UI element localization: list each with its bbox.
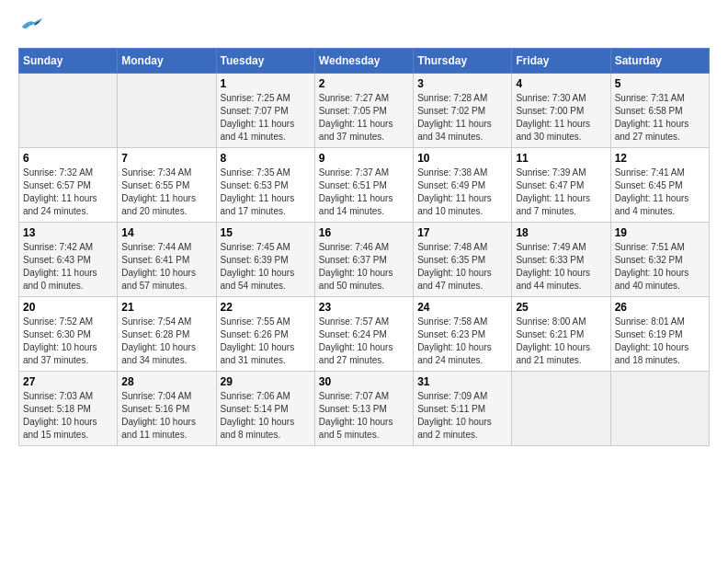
- calendar-cell: 31Sunrise: 7:09 AMSunset: 5:11 PMDayligh…: [414, 372, 512, 446]
- calendar-cell: 2Sunrise: 7:27 AMSunset: 7:05 PMDaylight…: [314, 74, 413, 148]
- weekday-header: Saturday: [610, 49, 709, 74]
- calendar-cell: 19Sunrise: 7:51 AMSunset: 6:32 PMDayligh…: [610, 223, 709, 297]
- day-info: Sunrise: 7:41 AMSunset: 6:45 PMDaylight:…: [615, 167, 689, 216]
- day-info: Sunrise: 7:52 AMSunset: 6:30 PMDaylight:…: [23, 316, 97, 365]
- calendar-cell: 3Sunrise: 7:28 AMSunset: 7:02 PMDaylight…: [414, 74, 512, 148]
- page-header: [18, 15, 710, 37]
- calendar-cell: 26Sunrise: 8:01 AMSunset: 6:19 PMDayligh…: [610, 297, 709, 372]
- day-info: Sunrise: 7:45 AMSunset: 6:39 PMDaylight:…: [221, 242, 295, 291]
- calendar-week-row: 27Sunrise: 7:03 AMSunset: 5:18 PMDayligh…: [19, 372, 710, 446]
- calendar-cell: [118, 74, 216, 148]
- day-info: Sunrise: 7:51 AMSunset: 6:32 PMDaylight:…: [615, 242, 689, 291]
- weekday-header: Wednesday: [314, 49, 413, 74]
- day-info: Sunrise: 7:57 AMSunset: 6:24 PMDaylight:…: [319, 316, 393, 365]
- day-info: Sunrise: 7:31 AMSunset: 6:58 PMDaylight:…: [615, 93, 689, 142]
- day-info: Sunrise: 7:35 AMSunset: 6:53 PMDaylight:…: [221, 167, 295, 216]
- calendar-cell: 14Sunrise: 7:44 AMSunset: 6:41 PMDayligh…: [118, 223, 216, 297]
- calendar-cell: 8Sunrise: 7:35 AMSunset: 6:53 PMDaylight…: [216, 148, 314, 223]
- calendar-cell: 22Sunrise: 7:55 AMSunset: 6:26 PMDayligh…: [216, 297, 314, 372]
- day-number: 21: [121, 301, 211, 314]
- calendar-cell: 15Sunrise: 7:45 AMSunset: 6:39 PMDayligh…: [216, 223, 314, 297]
- day-info: Sunrise: 8:01 AMSunset: 6:19 PMDaylight:…: [615, 316, 689, 365]
- calendar-cell: 1Sunrise: 7:25 AMSunset: 7:07 PMDaylight…: [216, 74, 314, 148]
- day-number: 12: [615, 152, 705, 165]
- day-info: Sunrise: 7:58 AMSunset: 6:23 PMDaylight:…: [417, 316, 492, 365]
- day-number: 25: [516, 301, 606, 314]
- day-info: Sunrise: 7:27 AMSunset: 7:05 PMDaylight:…: [319, 93, 393, 142]
- day-number: 19: [615, 226, 705, 239]
- day-number: 18: [516, 226, 606, 239]
- day-info: Sunrise: 7:30 AMSunset: 7:00 PMDaylight:…: [516, 93, 590, 142]
- day-number: 1: [221, 77, 311, 90]
- weekday-header: Friday: [512, 49, 610, 74]
- calendar-cell: 25Sunrise: 8:00 AMSunset: 6:21 PMDayligh…: [512, 297, 610, 372]
- calendar-cell: [512, 372, 610, 446]
- day-number: 26: [615, 301, 705, 314]
- day-number: 31: [417, 375, 507, 388]
- calendar-cell: [610, 372, 709, 446]
- day-info: Sunrise: 7:55 AMSunset: 6:26 PMDaylight:…: [221, 316, 295, 365]
- day-info: Sunrise: 7:25 AMSunset: 7:07 PMDaylight:…: [221, 93, 295, 142]
- day-info: Sunrise: 7:39 AMSunset: 6:47 PMDaylight:…: [516, 167, 590, 216]
- day-number: 13: [23, 226, 113, 239]
- day-info: Sunrise: 7:38 AMSunset: 6:49 PMDaylight:…: [417, 167, 492, 216]
- day-number: 27: [23, 375, 113, 388]
- day-number: 11: [516, 152, 606, 165]
- calendar-week-row: 20Sunrise: 7:52 AMSunset: 6:30 PMDayligh…: [19, 297, 710, 372]
- calendar-cell: [19, 74, 118, 148]
- day-number: 14: [121, 226, 211, 239]
- day-number: 23: [319, 301, 409, 314]
- calendar-cell: 4Sunrise: 7:30 AMSunset: 7:00 PMDaylight…: [512, 74, 610, 148]
- weekday-header: Sunday: [19, 49, 118, 74]
- weekday-header: Monday: [118, 49, 216, 74]
- weekday-header-row: SundayMondayTuesdayWednesdayThursdayFrid…: [19, 49, 710, 74]
- day-number: 24: [417, 301, 507, 314]
- day-info: Sunrise: 7:03 AMSunset: 5:18 PMDaylight:…: [23, 391, 97, 440]
- day-info: Sunrise: 7:07 AMSunset: 5:13 PMDaylight:…: [319, 391, 393, 440]
- day-info: Sunrise: 7:42 AMSunset: 6:43 PMDaylight:…: [23, 242, 97, 291]
- calendar-cell: 18Sunrise: 7:49 AMSunset: 6:33 PMDayligh…: [512, 223, 610, 297]
- day-number: 5: [615, 77, 705, 90]
- weekday-header: Tuesday: [216, 49, 314, 74]
- calendar-cell: 6Sunrise: 7:32 AMSunset: 6:57 PMDaylight…: [19, 148, 118, 223]
- calendar-week-row: 1Sunrise: 7:25 AMSunset: 7:07 PMDaylight…: [19, 74, 710, 148]
- day-number: 7: [121, 152, 211, 165]
- calendar-cell: 30Sunrise: 7:07 AMSunset: 5:13 PMDayligh…: [314, 372, 413, 446]
- calendar-cell: 9Sunrise: 7:37 AMSunset: 6:51 PMDaylight…: [314, 148, 413, 223]
- day-number: 29: [221, 375, 311, 388]
- day-number: 30: [319, 375, 409, 388]
- day-number: 10: [417, 152, 507, 165]
- day-info: Sunrise: 7:48 AMSunset: 6:35 PMDaylight:…: [417, 242, 492, 291]
- day-number: 22: [221, 301, 311, 314]
- day-number: 3: [417, 77, 507, 90]
- day-number: 2: [319, 77, 409, 90]
- day-number: 8: [221, 152, 311, 165]
- day-info: Sunrise: 7:32 AMSunset: 6:57 PMDaylight:…: [23, 167, 97, 216]
- logo-bird-icon: [18, 16, 44, 32]
- calendar-cell: 10Sunrise: 7:38 AMSunset: 6:49 PMDayligh…: [414, 148, 512, 223]
- day-info: Sunrise: 7:46 AMSunset: 6:37 PMDaylight:…: [319, 242, 393, 291]
- day-info: Sunrise: 7:06 AMSunset: 5:14 PMDaylight:…: [221, 391, 295, 440]
- day-info: Sunrise: 7:34 AMSunset: 6:55 PMDaylight:…: [121, 167, 196, 216]
- day-info: Sunrise: 8:00 AMSunset: 6:21 PMDaylight:…: [516, 316, 590, 365]
- calendar-table: SundayMondayTuesdayWednesdayThursdayFrid…: [18, 48, 710, 446]
- calendar-week-row: 13Sunrise: 7:42 AMSunset: 6:43 PMDayligh…: [19, 223, 710, 297]
- calendar-cell: 17Sunrise: 7:48 AMSunset: 6:35 PMDayligh…: [414, 223, 512, 297]
- calendar-cell: 11Sunrise: 7:39 AMSunset: 6:47 PMDayligh…: [512, 148, 610, 223]
- day-info: Sunrise: 7:37 AMSunset: 6:51 PMDaylight:…: [319, 167, 393, 216]
- weekday-header: Thursday: [414, 49, 512, 74]
- calendar-cell: 13Sunrise: 7:42 AMSunset: 6:43 PMDayligh…: [19, 223, 118, 297]
- day-info: Sunrise: 7:54 AMSunset: 6:28 PMDaylight:…: [121, 316, 196, 365]
- calendar-cell: 27Sunrise: 7:03 AMSunset: 5:18 PMDayligh…: [19, 372, 118, 446]
- logo: [18, 15, 48, 37]
- calendar-cell: 21Sunrise: 7:54 AMSunset: 6:28 PMDayligh…: [118, 297, 216, 372]
- day-number: 16: [319, 226, 409, 239]
- calendar-cell: 12Sunrise: 7:41 AMSunset: 6:45 PMDayligh…: [610, 148, 709, 223]
- calendar-cell: 5Sunrise: 7:31 AMSunset: 6:58 PMDaylight…: [610, 74, 709, 148]
- calendar-cell: 28Sunrise: 7:04 AMSunset: 5:16 PMDayligh…: [118, 372, 216, 446]
- day-info: Sunrise: 7:09 AMSunset: 5:11 PMDaylight:…: [417, 391, 492, 440]
- day-number: 20: [23, 301, 113, 314]
- day-info: Sunrise: 7:44 AMSunset: 6:41 PMDaylight:…: [121, 242, 196, 291]
- day-info: Sunrise: 7:04 AMSunset: 5:16 PMDaylight:…: [121, 391, 196, 440]
- day-number: 4: [516, 77, 606, 90]
